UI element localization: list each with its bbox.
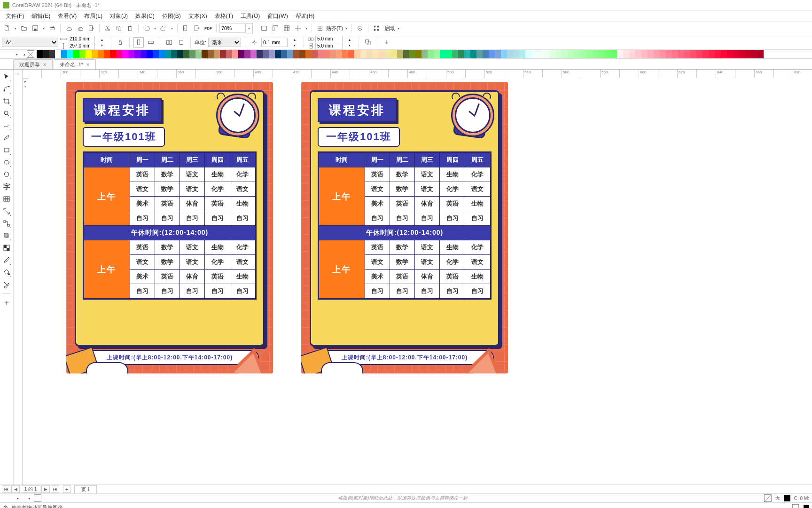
color-swatch[interactable] <box>61 50 67 58</box>
export-file-button[interactable] <box>192 23 202 33</box>
menu-view[interactable]: 查看(V) <box>54 12 80 20</box>
color-swatch[interactable] <box>721 50 727 58</box>
color-swatch[interactable] <box>177 50 183 58</box>
color-swatch[interactable] <box>586 50 593 58</box>
page-counter[interactable]: 1 的 1 <box>21 485 40 493</box>
doc-palette-left-icon[interactable]: ◂ <box>28 496 30 500</box>
new-dropdown-icon[interactable]: ▾ <box>13 23 18 33</box>
color-swatch[interactable] <box>86 50 92 58</box>
dup-y-input[interactable] <box>315 43 343 49</box>
color-swatch[interactable] <box>531 50 538 58</box>
text-tool[interactable]: 字 <box>1 182 12 192</box>
color-swatch[interactable] <box>501 50 507 58</box>
redo-dropdown-icon[interactable]: ▾ <box>170 23 174 33</box>
color-swatch[interactable] <box>244 50 250 58</box>
color-swatch[interactable] <box>379 50 385 58</box>
color-swatch[interactable] <box>263 50 269 58</box>
vertical-ruler[interactable] <box>14 78 23 484</box>
menu-object[interactable]: 对象(J) <box>106 12 132 20</box>
schedule-poster[interactable]: 课程安排一年级101班时间周一周二周三周四周五上午英语数学语文生物化学语文数学语… <box>301 82 508 373</box>
dim-spinner-up-icon[interactable]: ▲ <box>97 37 107 42</box>
export-button[interactable] <box>86 23 96 33</box>
color-swatch[interactable] <box>403 50 409 58</box>
color-swatch[interactable] <box>220 50 226 58</box>
color-swatch[interactable] <box>208 50 214 58</box>
nudge-spinner-down-icon[interactable]: ▼ <box>289 42 300 48</box>
color-swatch[interactable] <box>330 50 336 58</box>
color-swatch[interactable] <box>745 50 751 58</box>
color-swatch[interactable] <box>623 50 629 58</box>
menu-tools[interactable]: 工具(O) <box>237 12 264 20</box>
menu-edit[interactable]: 编辑(E) <box>28 12 54 20</box>
color-swatch[interactable] <box>159 50 165 58</box>
dup-x-input[interactable] <box>315 36 343 42</box>
save-button[interactable] <box>30 23 40 33</box>
prev-page-button[interactable]: ◀ <box>11 485 20 493</box>
color-swatch[interactable] <box>232 50 238 58</box>
color-swatch[interactable] <box>110 50 116 58</box>
color-swatch[interactable] <box>415 50 422 58</box>
color-swatch[interactable] <box>98 50 104 58</box>
color-swatch[interactable] <box>751 50 757 58</box>
crop-tool[interactable] <box>1 96 12 106</box>
color-swatch[interactable] <box>599 50 605 58</box>
color-swatch[interactable] <box>79 50 86 58</box>
import-button[interactable] <box>180 23 191 33</box>
color-swatch[interactable] <box>574 50 580 58</box>
color-swatch[interactable] <box>648 50 654 58</box>
color-swatch[interactable] <box>391 50 397 58</box>
tab-document[interactable]: 未命名 -1*✕ <box>54 59 96 69</box>
menu-help[interactable]: 帮助(H) <box>292 12 319 20</box>
color-swatch[interactable] <box>684 50 690 58</box>
show-grid-button[interactable] <box>281 23 292 33</box>
color-swatch[interactable] <box>367 50 373 58</box>
color-swatch[interactable] <box>629 50 635 58</box>
all-pages-button[interactable] <box>164 37 174 48</box>
color-swatch[interactable] <box>147 50 153 58</box>
zoom-tool[interactable] <box>1 108 12 119</box>
color-swatch[interactable] <box>318 50 324 58</box>
color-swatch[interactable] <box>67 50 73 58</box>
color-swatch[interactable] <box>134 50 141 58</box>
undo-dropdown-icon[interactable]: ▾ <box>153 23 157 33</box>
color-swatch[interactable] <box>654 50 660 58</box>
color-swatch[interactable] <box>122 50 128 58</box>
last-page-button[interactable]: ⏭ <box>51 485 59 493</box>
color-swatch[interactable] <box>538 50 544 58</box>
color-swatch[interactable] <box>605 50 611 58</box>
color-swatch[interactable] <box>489 50 495 58</box>
page-tab[interactable]: 页 1 <box>74 485 97 493</box>
color-swatch[interactable] <box>287 50 293 58</box>
color-swatch[interactable] <box>422 50 428 58</box>
color-swatch[interactable] <box>342 50 348 58</box>
snap-label[interactable]: 贴齐(T) <box>326 25 343 32</box>
color-swatch[interactable] <box>678 50 684 58</box>
page-width-input[interactable] <box>68 36 95 42</box>
options-button[interactable] <box>355 23 365 33</box>
color-swatch[interactable] <box>55 50 61 58</box>
color-swatch[interactable] <box>409 50 415 58</box>
color-swatch[interactable] <box>312 50 318 58</box>
undo-button[interactable] <box>141 23 152 33</box>
color-swatch[interactable] <box>281 50 287 58</box>
color-swatch[interactable] <box>568 50 574 58</box>
color-swatch[interactable] <box>476 50 483 58</box>
add-preset-button[interactable]: + <box>381 37 391 48</box>
color-swatch[interactable] <box>116 50 122 58</box>
freehand-tool[interactable] <box>1 120 12 131</box>
horizontal-ruler[interactable]: 3003203403603804004204404604805005205405… <box>22 70 812 79</box>
dup-spinner-up-icon[interactable]: ▲ <box>344 37 355 42</box>
color-swatch[interactable] <box>440 50 446 58</box>
paste-button[interactable] <box>125 23 135 33</box>
show-rulers-button[interactable] <box>270 23 281 33</box>
color-swatch[interactable] <box>556 50 562 58</box>
color-swatch[interactable] <box>519 50 525 58</box>
portrait-button[interactable] <box>133 37 144 48</box>
new-button[interactable] <box>2 23 12 33</box>
connector-tool[interactable] <box>1 218 12 229</box>
first-page-button[interactable]: ⏮ <box>2 485 10 493</box>
menu-layout[interactable]: 布局(L) <box>80 12 106 20</box>
tab-welcome[interactable]: 欢迎屏幕✕ <box>13 59 53 69</box>
color-swatch[interactable] <box>373 50 379 58</box>
color-swatch[interactable] <box>141 50 147 58</box>
